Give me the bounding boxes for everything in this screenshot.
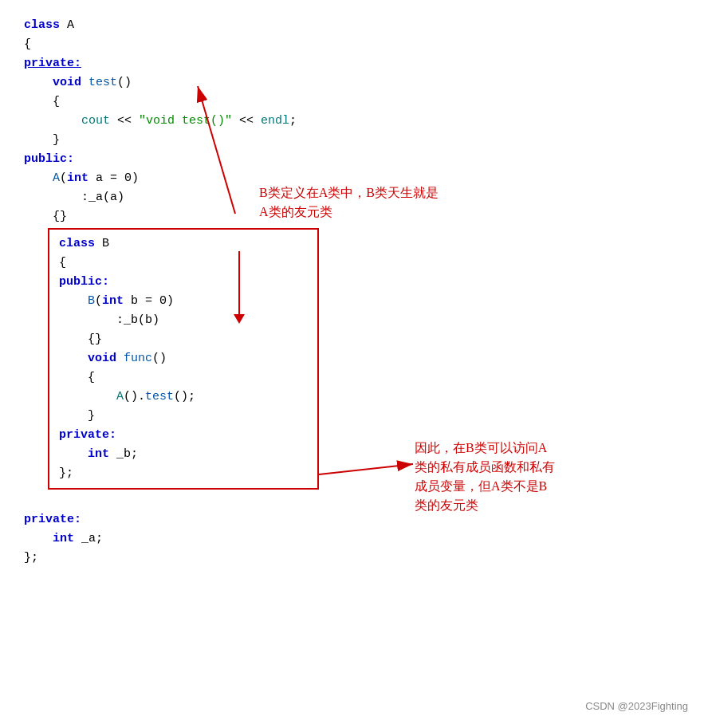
code-line: public:	[24, 150, 680, 169]
code-line: class B	[59, 234, 308, 254]
code-line: :_b(b)	[59, 311, 308, 330]
code-line: B(int b = 0)	[59, 292, 308, 311]
code-line: public:	[59, 273, 308, 292]
code-line: int _a;	[24, 529, 680, 549]
code-line: private:	[24, 510, 680, 529]
watermark: CSDN @2023Fighting	[585, 698, 688, 715]
code-line: void func()	[59, 349, 308, 368]
code-area: class A { private: void test() { cout <<…	[24, 16, 680, 568]
code-line: cout << "void test()" << endl;	[24, 112, 680, 131]
code-line: class A	[24, 16, 680, 35]
annotation-access-explanation: 因此，在B类可以访问A类的私有成员函数和私有成员变量，但A类不是B类的友元类	[415, 439, 555, 515]
code-line: private:	[59, 426, 308, 445]
code-line: };	[59, 464, 308, 483]
svg-line-3	[319, 464, 413, 474]
code-line: {	[59, 254, 308, 273]
code-line: {}	[59, 330, 308, 349]
code-line: }	[59, 407, 308, 426]
code-line: A().test();	[59, 388, 308, 407]
annotation-friend-class: B类定义在A类中，B类天生就是A类的友元类	[259, 183, 439, 222]
code-line: {	[24, 92, 680, 112]
code-line: };	[24, 549, 680, 568]
code-line: {	[24, 35, 680, 54]
code-line: }	[24, 131, 680, 150]
code-line	[24, 491, 680, 510]
code-line: {	[59, 368, 308, 388]
code-line: void test()	[24, 73, 680, 92]
code-line: private:	[24, 54, 680, 73]
class-b-box: class B { public: B(int b = 0) :_b(b) {}…	[48, 228, 319, 490]
code-line: int _b;	[59, 445, 308, 464]
